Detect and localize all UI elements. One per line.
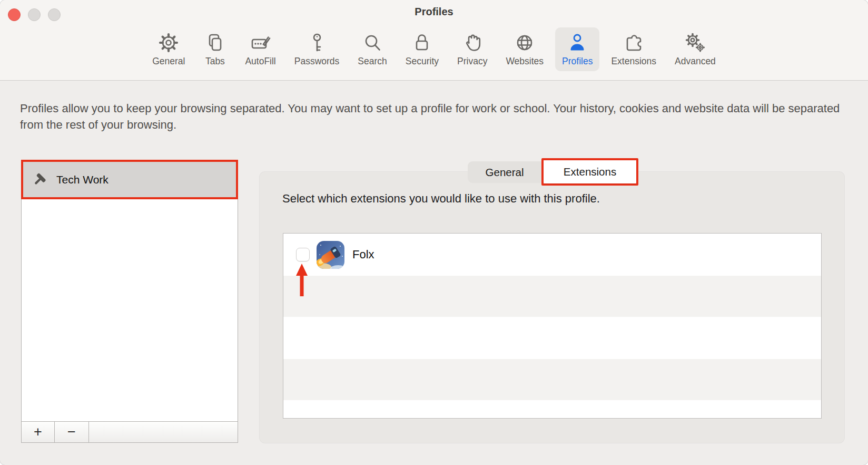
toolbar-label-tabs: Tabs [205, 56, 225, 67]
tab-extensions-annotation-box: Extensions [541, 158, 638, 186]
autofill-icon [249, 31, 272, 54]
annotation-arrow-icon [296, 264, 308, 296]
toolbar-item-profiles[interactable]: Profiles [555, 27, 599, 71]
toolbar-item-passwords[interactable]: Passwords [288, 27, 347, 71]
search-icon [361, 31, 384, 54]
toolbar-item-search[interactable]: Search [351, 27, 393, 71]
toolbar-label-autofill: AutoFill [245, 56, 275, 67]
tab-extensions[interactable]: Extensions [544, 160, 636, 183]
safari-preferences-window: Profiles General [0, 0, 868, 465]
list-stripe [283, 317, 821, 359]
toolbar-item-security[interactable]: Security [399, 27, 446, 71]
toolbar-label-privacy: Privacy [457, 56, 487, 67]
extension-row-folx[interactable]: Folx [283, 234, 821, 276]
toolbar-item-websites[interactable]: Websites [499, 27, 550, 71]
window-title: Profiles [0, 6, 868, 18]
profile-row-tech-work-annotated[interactable]: Tech Work [21, 160, 238, 199]
titlebar: Profiles General [0, 0, 868, 81]
folx-app-icon [316, 240, 345, 269]
extension-name: Folx [352, 248, 374, 261]
toolbar-label-security: Security [406, 56, 439, 67]
toolbar-item-advanced[interactable]: Advanced [668, 27, 723, 71]
toolbar-label-extensions: Extensions [611, 56, 656, 67]
profiles-list[interactable] [21, 199, 238, 421]
hammer-icon [33, 172, 48, 188]
gear-icon [157, 31, 180, 54]
remove-profile-button[interactable]: − [55, 422, 89, 442]
key-icon [305, 31, 329, 54]
list-stripe [283, 359, 821, 400]
tab-general[interactable]: General [468, 161, 541, 183]
puzzle-icon [622, 31, 645, 54]
preferences-toolbar: General Tabs [0, 27, 868, 71]
toolbar-item-general[interactable]: General [145, 27, 192, 71]
gears-icon [684, 31, 707, 54]
person-icon [566, 31, 589, 54]
list-stripe [283, 400, 821, 419]
profiles-description: Profiles allow you to keep your browsing… [20, 100, 851, 133]
toolbar-label-passwords: Passwords [294, 56, 340, 67]
globe-icon [513, 31, 536, 54]
toolbar-label-general: General [152, 56, 185, 67]
toolbar-label-search: Search [358, 56, 387, 67]
toolbar-item-privacy[interactable]: Privacy [450, 27, 494, 71]
toolbar-label-websites: Websites [506, 56, 544, 67]
toolbar-item-tabs[interactable]: Tabs [196, 27, 233, 71]
folx-checkbox[interactable] [296, 248, 310, 261]
extensions-list: Folx [283, 233, 822, 419]
profile-name: Tech Work [56, 173, 108, 186]
profiles-list-footer: + − [21, 421, 238, 443]
tabs-icon [203, 31, 226, 54]
toolbar-item-autofill[interactable]: AutoFill [238, 27, 282, 71]
extensions-instruction: Select which extensions you would like t… [282, 192, 600, 206]
hand-icon [461, 31, 484, 54]
list-stripe [283, 276, 821, 317]
toolbar-label-advanced: Advanced [675, 56, 716, 67]
toolbar-label-profiles: Profiles [562, 56, 593, 67]
toolbar-item-extensions[interactable]: Extensions [604, 27, 663, 71]
add-profile-button[interactable]: + [22, 422, 55, 442]
lock-icon [410, 31, 433, 54]
